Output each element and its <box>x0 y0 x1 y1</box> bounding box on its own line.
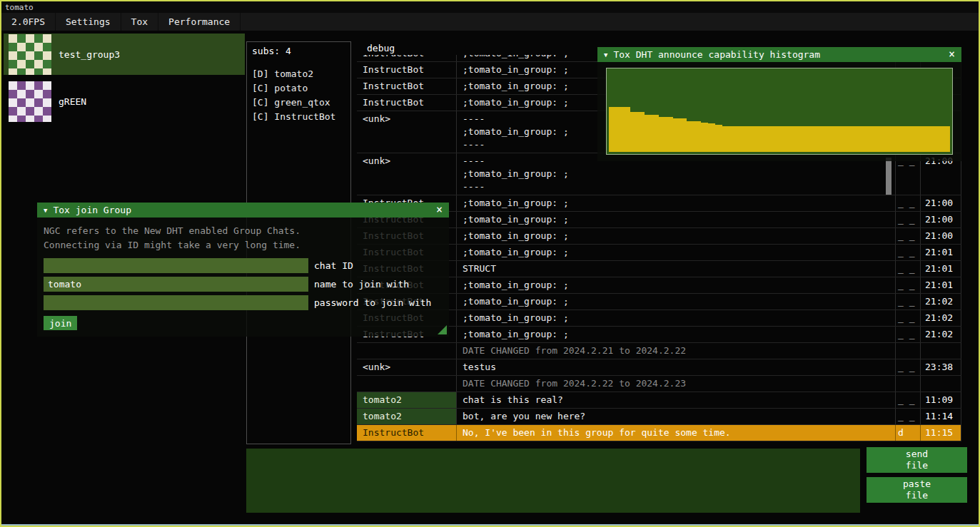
histogram-bar <box>772 126 779 152</box>
group-name: test_group3 <box>59 49 120 60</box>
chat-sender <box>357 343 457 359</box>
chat-sender: tomato2 <box>357 409 457 424</box>
histogram-bar <box>744 126 751 152</box>
close-icon[interactable]: × <box>436 205 443 215</box>
histogram-bar <box>630 112 637 152</box>
histogram-bar <box>645 115 652 152</box>
chat-row[interactable]: tomato2bot, are you new here?_ _11:14 <box>357 409 961 425</box>
chat-message: No, I've been in this group for quite so… <box>457 425 896 441</box>
subs-member[interactable]: [C] green_qtox <box>252 96 350 110</box>
subs-member-list: [D] tomato2[C] potato[C] green_qtox[C] I… <box>252 67 350 124</box>
join-group-window-titlebar[interactable]: ▼ Tox join Group × <box>37 203 449 218</box>
chat-flags: _ _ <box>896 294 921 309</box>
histogram-bar <box>837 126 844 152</box>
chat-row[interactable]: InstructBotNo, I've been in this group f… <box>357 425 961 441</box>
histogram-bar <box>708 123 715 152</box>
chat-id-input[interactable] <box>44 258 308 273</box>
join-button[interactable]: join <box>44 316 77 330</box>
histogram-bar <box>729 126 737 152</box>
menu-item-settings[interactable]: Settings <box>56 13 121 31</box>
histogram-bar <box>822 126 829 152</box>
chat-flags: _ _ <box>896 228 921 244</box>
join-group-window: ▼ Tox join Group × NGC refers to the New… <box>37 203 449 337</box>
chat-flags: _ _ <box>896 212 921 227</box>
chat-flags: _ _ <box>896 409 921 424</box>
member-name: potato <box>268 83 308 93</box>
chat-row[interactable]: DATE CHANGED from 2024.2.21 to 2024.2.22 <box>357 343 961 359</box>
chat-time: 11:15 <box>921 425 961 441</box>
histogram-bar <box>879 126 886 152</box>
collapse-triangle-icon[interactable]: ▼ <box>604 51 607 58</box>
chat-flags: _ _ <box>896 327 921 342</box>
chat-time: 21:02 <box>921 310 961 326</box>
histogram-window-body <box>597 62 961 161</box>
histogram-bar <box>637 112 645 152</box>
histogram-bar <box>737 126 744 152</box>
histogram-bar <box>680 118 687 152</box>
histogram-window: ▼ Tox DHT announce capability histogram … <box>597 47 961 161</box>
menu-bar: 2.0FPS SettingsToxPerformance <box>1 13 979 31</box>
chat-message: ;tomato_in_group: ; <box>457 245 896 260</box>
histogram-bar <box>794 126 801 152</box>
date-changed-text: DATE CHANGED from 2024.2.22 to 2024.2.23 <box>457 376 896 392</box>
histogram-bar <box>715 125 722 152</box>
menu-item-performance[interactable]: Performance <box>158 13 241 31</box>
subs-member[interactable]: [C] potato <box>252 81 350 96</box>
histogram-bar <box>801 126 808 152</box>
chat-row[interactable]: DATE CHANGED from 2024.2.22 to 2024.2.23 <box>357 376 961 392</box>
histogram-bar <box>687 121 694 152</box>
chat-flags <box>896 343 921 359</box>
chat-sender: InstructBot <box>357 78 457 94</box>
window-titlebar: tomato <box>1 1 979 13</box>
app-window: tomato 2.0FPS SettingsToxPerformance tes… <box>0 0 980 527</box>
chat-row[interactable]: <unk>testus_ _23:38 <box>357 359 961 376</box>
member-role: [C] <box>252 83 268 93</box>
histogram-bar <box>673 118 680 152</box>
close-icon[interactable]: × <box>949 49 955 60</box>
join-password-label: password to join with <box>314 297 431 308</box>
member-name: green_qtox <box>268 97 330 108</box>
paste-file-button[interactable]: paste file <box>867 477 967 503</box>
chat-message: ;tomato_in_group: ; <box>457 277 896 293</box>
chat-message: STRUCT <box>457 261 896 277</box>
chat-message: ;tomato_in_group: ; <box>457 310 896 326</box>
fps-counter: 2.0FPS <box>1 13 56 31</box>
histogram-bar <box>857 126 864 152</box>
join-name-row: name to join with <box>44 277 449 292</box>
histogram-window-title: Tox DHT announce capability histogram <box>613 49 820 60</box>
chat-time: 21:02 <box>921 294 961 309</box>
chat-sender: InstructBot <box>357 55 457 61</box>
chat-row[interactable]: tomato2chat is this real?_ _11:09 <box>357 392 961 409</box>
histogram-bar <box>829 126 837 152</box>
chat-time <box>921 376 961 392</box>
histogram-window-titlebar[interactable]: ▼ Tox DHT announce capability histogram … <box>597 47 961 62</box>
collapse-triangle-icon[interactable]: ▼ <box>44 207 47 214</box>
group-list: test_group3gREEN <box>4 34 245 128</box>
join-name-input[interactable] <box>44 277 308 292</box>
send-file-button[interactable]: send file <box>867 447 967 473</box>
join-password-input[interactable] <box>44 295 308 310</box>
group-name: gREEN <box>59 96 86 107</box>
chat-time: 21:01 <box>921 245 961 260</box>
menu-item-tox[interactable]: Tox <box>121 13 158 31</box>
histogram-bar <box>943 126 950 152</box>
subs-member[interactable]: [D] tomato2 <box>252 67 350 81</box>
histogram-bar <box>914 126 921 152</box>
resize-grip[interactable] <box>438 325 447 334</box>
chat-message: testus <box>457 359 896 375</box>
message-input[interactable] <box>246 449 860 513</box>
chat-scrollbar[interactable] <box>886 158 891 195</box>
histogram-bar <box>623 107 630 152</box>
chat-sender <box>357 376 457 392</box>
group-item-test_group3[interactable]: test_group3 <box>4 34 245 75</box>
chat-flags: _ _ <box>896 359 921 375</box>
group-item-gREEN[interactable]: gREEN <box>4 81 245 122</box>
member-name: tomato2 <box>268 68 313 79</box>
chat-time: 21:00 <box>921 212 961 227</box>
subs-member[interactable]: [C] InstructBot <box>252 110 350 124</box>
chat-flags: _ _ <box>896 195 921 211</box>
histogram-bar <box>843 126 850 152</box>
histogram-bar <box>751 126 758 152</box>
chat-sender: InstructBot <box>357 62 457 78</box>
histogram-bar <box>808 126 815 152</box>
